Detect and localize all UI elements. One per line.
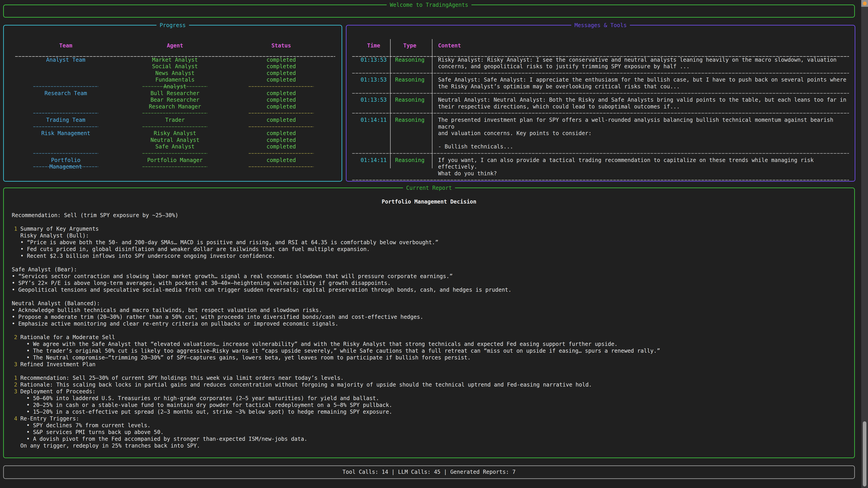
agent-cell: Social Analyst (143, 63, 208, 70)
team-cell: Trading Team (33, 117, 98, 124)
report-line (4, 327, 854, 334)
agent-cell: Risky Analyst (143, 130, 208, 137)
status-cell: completed (249, 157, 314, 164)
status-cell: completed (249, 103, 314, 110)
report-line: 4Re-Entry Triggers: (4, 415, 854, 422)
list-number: 1 (14, 225, 17, 232)
messages-header-separator (346, 49, 855, 57)
agent-cell: News Analyst (143, 70, 208, 77)
report-line: • 20–25% in cash or a stable-value fund … (4, 402, 854, 409)
report-line: 3Deployment of Proceeds: (4, 388, 854, 395)
report-line: • SPY declines 7% from current levels. (4, 422, 854, 429)
column-header: Team (33, 42, 98, 49)
status-cell: completed (249, 63, 314, 70)
agent-cell: Bull Researcher (143, 90, 208, 97)
current-report-panel: Current Report Portfolio Management Deci… (3, 188, 855, 458)
report-line (4, 368, 854, 375)
separator-line-status (249, 86, 314, 87)
column-header: Type (393, 42, 427, 49)
status-cell: completed (249, 130, 314, 137)
agent-cell: Research Manager (143, 103, 208, 110)
report-line-text: Re-Entry Triggers: (20, 416, 79, 422)
messages-table: TimeTypeContent01:13:53ReasoningRisky An… (346, 26, 855, 184)
report-line: • We agree with the Safe Analyst that “e… (4, 341, 854, 348)
report-line-text: • Fed cuts priced in, global disinflatio… (20, 246, 370, 252)
report-line: • 50–60% into laddered U.S. Treasuries o… (4, 395, 854, 402)
status-cell: completed (249, 143, 314, 150)
report-line-text: • Emphasize active monitoring and clear … (12, 321, 338, 327)
list-number: 2 (14, 334, 17, 341)
agent-cell: Neutral Analyst (143, 137, 208, 144)
report-line-text: Safe Analyst (Bear): (12, 266, 77, 273)
message-row: 01:13:53ReasoningSafe Analyst: Safe Anal… (346, 76, 855, 90)
scrollbar-track[interactable] (861, 0, 868, 488)
separator-line-team (33, 127, 98, 127)
report-line: Safe Analyst (Bear): (4, 266, 854, 273)
report-line: • “Services sector contraction and slowi… (4, 273, 854, 280)
progress-row: News Analystcompleted (4, 70, 342, 77)
report-line: • A dovish pivot from the Fed accompanie… (4, 435, 854, 442)
report-line-text: Risky Analyst (Bull): (20, 232, 89, 239)
progress-header-separator (4, 49, 342, 57)
report-line: • Propose a moderate trim (20–30%) rathe… (4, 314, 854, 320)
report-line-text: Refined Investment Plan (20, 361, 95, 367)
status-cell: completed (249, 97, 314, 103)
message-content: The presented investment plan for SPY of… (438, 117, 847, 150)
report-line-text: Recommendation: Sell (trim SPY exposure … (12, 212, 178, 219)
separator-line-agent (143, 113, 208, 113)
progress-group-separator (4, 124, 342, 130)
status-cell: completed (249, 70, 314, 77)
message-row-separator (346, 150, 855, 157)
report-line (4, 259, 854, 266)
report-line-text: • SPY declines 7% from current levels. (26, 422, 151, 429)
agent-cell: Bear Researcher (143, 97, 208, 103)
report-line-text: • The trader’s original 50% cut is likel… (26, 348, 660, 354)
separator-line-agent (143, 166, 208, 167)
progress-row: Risk ManagementRisky Analystcompleted (4, 130, 342, 137)
list-number: 3 (14, 388, 17, 395)
message-row-separator (346, 90, 855, 97)
message-row-separator (346, 70, 855, 77)
progress-row: Analyst TeamMarket Analystcompleted (4, 57, 342, 64)
tradingagents-terminal: Welcome to TradingAgents Progress TeamAg… (0, 0, 868, 488)
progress-row: Fundamentals Analystcompleted (4, 76, 342, 84)
report-line-text: • Propose a moderate trim (20–30%) rathe… (12, 314, 423, 320)
separator-line-status (249, 127, 314, 127)
report-line-text: Neutral Analyst (Balanced): (12, 300, 100, 306)
message-type: Reasoning (393, 157, 427, 164)
report-line: Risky Analyst (Bull): (4, 232, 854, 239)
report-line: On any trigger, redeploy in 25% tranches… (4, 442, 854, 449)
separator-line (352, 93, 849, 94)
report-line: 2Rationale for a Moderate Sell (4, 334, 854, 341)
report-line-text: • “Services sector contraction and slowi… (12, 273, 453, 280)
team-cell: Analyst Team (33, 57, 98, 64)
column-header: Time (357, 42, 391, 49)
progress-row: Portfolio ManagementPortfolio Managercom… (4, 157, 342, 164)
separator-line-team (33, 166, 98, 167)
status-cell: completed (249, 117, 314, 124)
list-number: 2 (14, 381, 17, 388)
message-time: 01:13:53 (357, 57, 391, 64)
report-line: Portfolio Management Decision (4, 198, 854, 205)
report-panel-title: Current Report (403, 184, 455, 192)
welcome-title: Welcome to TradingAgents (387, 1, 471, 8)
column-header: Agent (143, 42, 208, 49)
report-line-text: • We agree with the Safe Analyst that “e… (26, 341, 618, 347)
report-line-text: On any trigger, redeploy in 25% tranches… (20, 443, 200, 449)
report-line-text: • Acknowledge bullish technicals and mac… (12, 307, 322, 313)
report-line: 2Rationale: This scaling back locks in p… (4, 381, 854, 388)
separator-line-team (33, 153, 98, 154)
scrollbar-thumb[interactable] (863, 421, 866, 486)
team-cell: Research Team (33, 90, 98, 97)
progress-group-separator (4, 164, 342, 170)
report-body: Portfolio Management DecisionRecommendat… (4, 198, 854, 449)
report-line-text: Portfolio Management Decision (381, 199, 476, 205)
scrollbar-top-button[interactable] (861, 0, 868, 7)
progress-row: Safe Analystcompleted (4, 143, 342, 150)
report-line-text: Summary of Key Arguments (20, 226, 99, 232)
separator-line (352, 73, 849, 73)
message-content: If you want, I can also provide a tactic… (438, 157, 847, 177)
report-line: Neutral Analyst (Balanced): (4, 300, 854, 307)
progress-row: Trading TeamTradercompleted (4, 117, 342, 124)
message-row: 01:13:53ReasoningRisky Analyst: Risky An… (346, 57, 855, 70)
